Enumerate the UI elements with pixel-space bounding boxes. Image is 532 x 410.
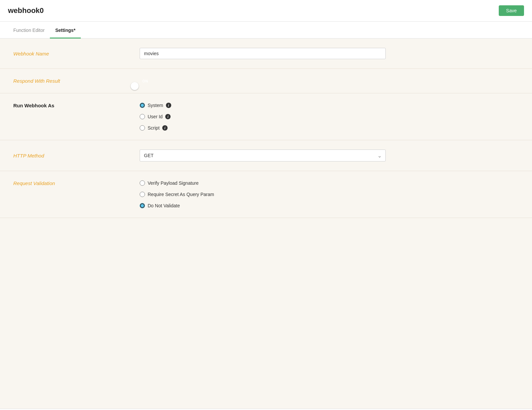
radio-do-not-validate[interactable]: Do Not Validate: [140, 203, 519, 208]
radio-user-id-input[interactable]: [140, 114, 145, 119]
radio-do-not-validate-label: Do Not Validate: [148, 203, 180, 208]
script-info-icon[interactable]: i: [162, 125, 168, 131]
run-webhook-as-control: System i User Id i Script i: [140, 103, 519, 131]
radio-user-id[interactable]: User Id i: [140, 114, 519, 119]
respond-with-result-label: Respond With Result: [13, 78, 140, 84]
radio-user-id-label: User Id: [148, 114, 163, 119]
request-validation-label: Request Validation: [13, 180, 140, 186]
toggle-thumb: [131, 82, 139, 90]
http-method-select-wrapper: GET POST PUT DELETE PATCH ⌄: [140, 150, 386, 161]
user-id-info-icon[interactable]: i: [165, 114, 171, 119]
radio-verify-payload-label: Verify Payload Signature: [148, 180, 199, 186]
settings-content: Webhook Name Respond With Result ON Run …: [0, 39, 532, 409]
system-info-icon[interactable]: i: [166, 103, 171, 108]
http-method-label: HTTP Method: [13, 153, 140, 158]
webhook-name-control: [140, 48, 519, 59]
radio-do-not-validate-input[interactable]: [140, 203, 145, 208]
http-method-select[interactable]: GET POST PUT DELETE PATCH: [140, 150, 386, 161]
run-webhook-as-radio-group: System i User Id i Script i: [140, 103, 519, 131]
radio-script-label: Script: [148, 125, 160, 131]
tab-bar: Function Editor Settings*: [0, 22, 532, 39]
footer: Cancel Save: [0, 409, 532, 410]
radio-system-input[interactable]: [140, 103, 145, 108]
radio-require-secret[interactable]: Require Secret As Query Param: [140, 192, 519, 197]
webhook-name-label: Webhook Name: [13, 51, 140, 56]
tab-function-editor[interactable]: Function Editor: [8, 22, 50, 39]
radio-system-label: System: [148, 103, 163, 108]
http-method-control: GET POST PUT DELETE PATCH ⌄: [140, 150, 519, 161]
page-title: webhook0: [8, 6, 44, 15]
header: webhook0 Save: [0, 0, 532, 22]
request-validation-row: Request Validation Verify Payload Signat…: [0, 171, 532, 218]
radio-require-secret-label: Require Secret As Query Param: [148, 192, 214, 197]
radio-system[interactable]: System i: [140, 103, 519, 108]
request-validation-radio-group: Verify Payload Signature Require Secret …: [140, 180, 519, 208]
tab-settings[interactable]: Settings*: [50, 22, 81, 39]
run-webhook-as-row: Run Webhook As System i User Id i Script…: [0, 93, 532, 140]
radio-verify-payload[interactable]: Verify Payload Signature: [140, 180, 519, 186]
run-webhook-as-label: Run Webhook As: [13, 103, 140, 108]
radio-script-input[interactable]: [140, 125, 145, 131]
request-validation-control: Verify Payload Signature Require Secret …: [140, 180, 519, 208]
header-save-button[interactable]: Save: [499, 5, 524, 16]
radio-verify-payload-input[interactable]: [140, 180, 145, 186]
radio-script[interactable]: Script i: [140, 125, 519, 131]
webhook-name-row: Webhook Name: [0, 39, 532, 69]
respond-with-result-row: Respond With Result ON: [0, 69, 532, 93]
toggle-on-label: ON: [142, 79, 148, 83]
radio-require-secret-input[interactable]: [140, 192, 145, 197]
webhook-name-input[interactable]: [140, 48, 386, 59]
http-method-row: HTTP Method GET POST PUT DELETE PATCH ⌄: [0, 140, 532, 171]
